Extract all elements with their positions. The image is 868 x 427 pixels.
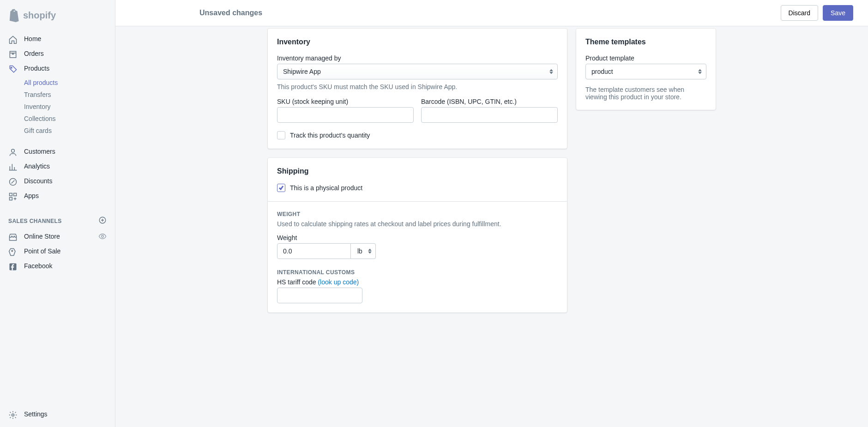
lookup-code-link[interactable]: (look up code): [318, 278, 359, 286]
orders-icon: [8, 50, 18, 59]
weight-unit-select[interactable]: lb: [351, 243, 376, 259]
svg-point-1: [12, 149, 15, 152]
brand-logo: shopify: [0, 8, 115, 32]
facebook-icon: [8, 262, 18, 271]
sku-helper-text: This product's SKU must match the SKU us…: [277, 83, 558, 90]
nav-gift-cards[interactable]: Gift cards: [0, 125, 115, 137]
nav-home[interactable]: Home: [0, 32, 115, 47]
svg-rect-4: [14, 193, 17, 196]
settings-icon: [8, 410, 18, 420]
nav-settings[interactable]: Settings: [0, 408, 115, 422]
chevron-updown-icon: [368, 249, 372, 254]
chevron-updown-icon: [698, 69, 702, 74]
physical-product-label: This is a physical product: [290, 184, 362, 192]
weight-input[interactable]: [277, 243, 351, 259]
nav-apps[interactable]: Apps: [0, 189, 115, 204]
discounts-icon: [8, 177, 18, 186]
online-store-icon: [8, 233, 18, 242]
svg-point-0: [11, 67, 12, 68]
sidebar: shopify Home Orders Products All product…: [0, 0, 115, 427]
apps-icon: [8, 192, 18, 201]
content-area: Inventory Inventory managed by Shipwire …: [115, 26, 868, 427]
nav-online-store[interactable]: Online Store: [0, 229, 115, 245]
nav-transfers[interactable]: Transfers: [0, 89, 115, 101]
home-icon: [8, 35, 18, 44]
view-store-icon[interactable]: [98, 232, 107, 242]
physical-product-checkbox[interactable]: [277, 184, 285, 192]
sales-channels-heading: SALES CHANNELS: [0, 208, 115, 229]
svg-point-7: [102, 235, 104, 238]
analytics-icon: [8, 162, 18, 172]
theme-heading: Theme templates: [585, 38, 706, 46]
sku-input[interactable]: [277, 107, 414, 123]
pos-icon: [8, 247, 18, 257]
sku-label: SKU (stock keeping unit): [277, 98, 414, 105]
barcode-label: Barcode (ISBN, UPC, GTIN, etc.): [421, 98, 558, 105]
nav-customers[interactable]: Customers: [0, 145, 115, 160]
save-button[interactable]: Save: [823, 5, 853, 21]
theme-helper: The template customers see when viewing …: [585, 86, 706, 101]
weight-subheading: WEIGHT: [277, 211, 558, 217]
topbar: Unsaved changes Discard Save: [115, 0, 868, 26]
shipping-card: Shipping This is a physical product WEIG…: [268, 158, 567, 313]
nav-all-products[interactable]: All products: [0, 77, 115, 89]
inventory-managed-by-select[interactable]: Shipwire App: [277, 64, 558, 79]
weight-helper: Used to calculate shipping rates at chec…: [277, 220, 558, 228]
svg-rect-3: [10, 193, 12, 196]
product-template-label: Product template: [585, 54, 706, 62]
nav-orders[interactable]: Orders: [0, 47, 115, 62]
theme-templates-card: Theme templates Product template product…: [576, 29, 716, 110]
customers-icon: [8, 148, 18, 157]
svg-point-10: [12, 414, 14, 416]
nav-products[interactable]: Products: [0, 62, 115, 77]
chevron-updown-icon: [549, 69, 553, 74]
shipping-heading: Shipping: [277, 167, 558, 175]
customs-subheading: INTERNATIONAL CUSTOMS: [277, 269, 558, 276]
svg-rect-5: [10, 198, 12, 200]
track-quantity-label: Track this product's quantity: [290, 132, 370, 139]
products-icon: [8, 65, 18, 74]
barcode-input[interactable]: [421, 107, 558, 123]
product-template-select[interactable]: product: [585, 64, 706, 79]
inventory-card: Inventory Inventory managed by Shipwire …: [268, 29, 567, 149]
unsaved-changes-label: Unsaved changes: [199, 9, 262, 17]
inventory-heading: Inventory: [277, 38, 558, 46]
track-quantity-checkbox[interactable]: [277, 131, 285, 139]
shopify-logo-icon: [8, 8, 20, 22]
svg-point-8: [12, 250, 12, 252]
nav-discounts[interactable]: Discounts: [0, 174, 115, 189]
add-channel-button[interactable]: [98, 216, 107, 226]
nav-analytics[interactable]: Analytics: [0, 160, 115, 174]
weight-label: Weight: [277, 234, 558, 241]
nav-inventory[interactable]: Inventory: [0, 101, 115, 113]
hs-tariff-label: HS tariff code: [277, 278, 318, 286]
discard-button[interactable]: Discard: [781, 5, 818, 21]
hs-tariff-input[interactable]: [277, 288, 362, 303]
brand-name: shopify: [23, 10, 56, 21]
nav-facebook[interactable]: Facebook: [0, 259, 115, 274]
nav-collections[interactable]: Collections: [0, 113, 115, 125]
nav-point-of-sale[interactable]: Point of Sale: [0, 245, 115, 259]
inventory-managed-by-label: Inventory managed by: [277, 54, 558, 62]
